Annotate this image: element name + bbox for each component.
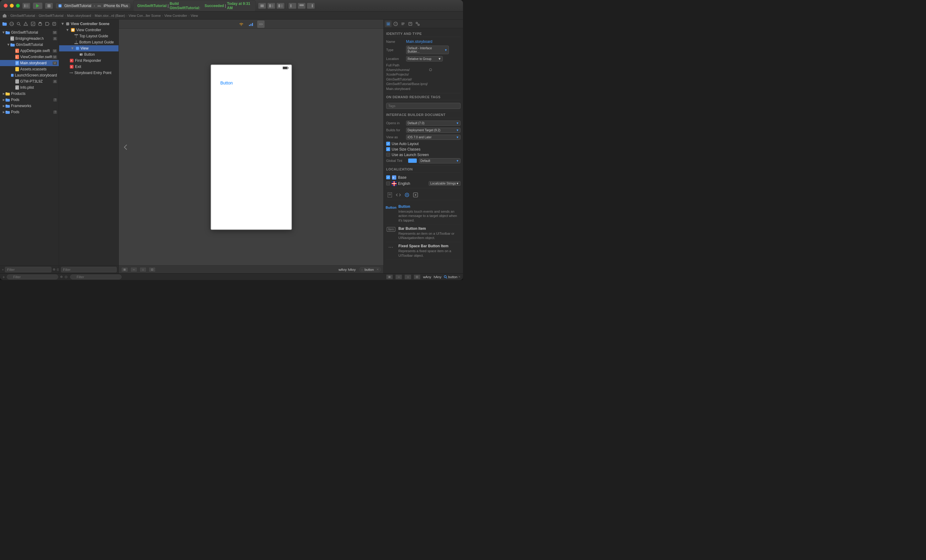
status-size-btn-3[interactable]: ↕: [404, 275, 411, 279]
width-constraint-btn[interactable]: ↔: [130, 267, 137, 272]
base-checkbox[interactable]: ✓: [386, 175, 390, 179]
ios-button-element[interactable]: Button: [221, 80, 233, 85]
run-button[interactable]: [33, 3, 42, 9]
disclosure-arrow[interactable]: ▶: [2, 98, 6, 101]
version-editor[interactable]: [277, 3, 284, 9]
english-checkbox[interactable]: [386, 181, 390, 186]
scene-item-bottom-layout[interactable]: Bottom Layout Guide: [59, 39, 118, 45]
scene-filter-input[interactable]: [61, 267, 117, 272]
scene-item-exit[interactable]: E Exit: [59, 63, 118, 70]
scene-item-vc[interactable]: ▶ View Controller: [59, 27, 118, 33]
scene-item-view[interactable]: ▶ View: [59, 45, 118, 51]
scene-item-entry[interactable]: Storyboard Entry Point: [59, 70, 118, 76]
status-option-1[interactable]: ⊕: [60, 275, 63, 279]
add-file-button[interactable]: +: [2, 268, 4, 272]
filter-recent-icon[interactable]: ⊕: [53, 267, 55, 272]
canvas-content[interactable]: Button: [119, 29, 383, 265]
status-size-btn-1[interactable]: ⊞: [386, 275, 393, 279]
launch-screen-checkbox[interactable]: [386, 153, 390, 157]
view-as-select[interactable]: iOS 7.0 and Later ▼: [406, 134, 460, 140]
tree-item-bridging[interactable]: H BridgingHeader.h A: [0, 36, 59, 42]
disclosure-arrow[interactable]: ▶: [2, 92, 6, 95]
type-select[interactable]: Default - Interface Builder... ▼: [406, 45, 449, 54]
navigator-panel[interactable]: [289, 3, 297, 9]
test-nav-icon[interactable]: [30, 21, 36, 27]
vc-disclosure[interactable]: ▶: [66, 28, 69, 32]
tree-item-info-plist[interactable]: pl Info.plist: [0, 85, 59, 91]
tree-item-products[interactable]: ▶ Products: [0, 91, 59, 97]
english-type-select[interactable]: Localizable Strings▼: [429, 181, 460, 186]
canvas-nav-arrow[interactable]: [122, 143, 129, 151]
scheme-selector[interactable]: G GtmSwiftTutorial › iPhone iPhone 6s Pl…: [55, 3, 131, 9]
breadcrumb-item-1[interactable]: GtmSwiftTutorial: [11, 14, 35, 17]
scene-item-first-responder[interactable]: F First Responder: [59, 57, 118, 63]
folder-nav-icon[interactable]: [1, 21, 8, 27]
stop-button[interactable]: [45, 3, 53, 9]
filter-modified-icon[interactable]: ◎: [57, 267, 59, 272]
debug-panel[interactable]: [298, 3, 306, 9]
status-size-btn-4[interactable]: ⊡: [414, 275, 421, 279]
auto-layout-checkbox[interactable]: ✓: [386, 142, 390, 146]
issue-nav-icon[interactable]: !: [23, 21, 29, 27]
tree-item-pods[interactable]: ▶ Pods ?: [0, 97, 59, 103]
scene-group-vc-scene[interactable]: ▶ View Controller Scene: [59, 21, 118, 27]
add-file-status-btn[interactable]: +: [3, 275, 5, 279]
scene-item-top-layout[interactable]: Top Layout Guide: [59, 33, 118, 39]
search-nav-icon[interactable]: [16, 21, 22, 27]
tree-item-frameworks[interactable]: ▶ Frameworks: [0, 103, 59, 109]
global-tint-swatch[interactable]: [408, 158, 417, 163]
builds-for-select[interactable]: Deployment Target (9.2) ▼: [406, 128, 460, 133]
scene-disclosure[interactable]: ▶: [61, 22, 64, 26]
size-classes-checkbox[interactable]: ✓: [386, 147, 390, 151]
rp-tab-size[interactable]: [407, 21, 414, 27]
lib-code-icon[interactable]: [395, 191, 402, 199]
breakpoint-nav-icon[interactable]: [44, 21, 50, 27]
utilities-panel[interactable]: [307, 3, 315, 9]
status-option-2[interactable]: ◎: [65, 275, 68, 279]
debug-nav-icon[interactable]: [37, 21, 43, 27]
breadcrumb-item-3[interactable]: Main.storyboard: [67, 14, 91, 17]
disclosure-arrow[interactable]: ▶: [2, 110, 6, 113]
lib-file-icon[interactable]: [386, 191, 393, 199]
tree-item-gtm-pt3[interactable]: GTM-PT3L9Z A: [0, 78, 59, 85]
breadcrumb-item-6[interactable]: View Controller: [165, 14, 187, 17]
clear-right-search[interactable]: ✕: [458, 275, 460, 278]
maximize-button[interactable]: [16, 4, 20, 8]
tree-item-pods2[interactable]: ▶ Pods ?: [0, 109, 59, 115]
tree-item-gtm-root[interactable]: ▶ GtmSwiftTutorial M: [0, 29, 59, 36]
tree-item-viewcontroller[interactable]: S ViewController.swift M: [0, 54, 59, 60]
opens-in-select[interactable]: Default (7.0) ▼: [406, 121, 460, 126]
library-item-bar-button[interactable]: Item Bar Button Item Represents an item …: [386, 225, 460, 242]
aspect-ratio-btn[interactable]: ⊡: [149, 267, 156, 272]
location-select[interactable]: Relative to Group ▼: [406, 56, 443, 62]
tree-item-gtm-group[interactable]: ▶ GtmSwiftTutorial: [0, 42, 59, 48]
disclosure-arrow[interactable]: ▶: [2, 104, 6, 107]
vcr-nav-icon[interactable]: VCS: [8, 21, 15, 27]
breadcrumb-item-7[interactable]: View: [191, 14, 198, 17]
scene-item-button[interactable]: B Button: [59, 51, 118, 57]
height-constraint-btn[interactable]: ↕: [140, 267, 146, 272]
left-filter-input[interactable]: [7, 275, 58, 279]
device-size-btn[interactable]: ⊞: [121, 267, 128, 272]
library-item-button[interactable]: Button Button Intercepts touch events an…: [386, 202, 460, 225]
right-filter-input[interactable]: [70, 275, 121, 279]
rp-tab-attributes[interactable]: [399, 21, 406, 27]
tree-item-appdelegate[interactable]: S AppDelegate.swift M: [0, 48, 59, 54]
minimize-button[interactable]: [10, 4, 14, 8]
report-nav-icon[interactable]: [51, 21, 57, 27]
library-item-fixed-space[interactable]: ⋯ Fixed Space Bar Button Item Represents…: [386, 242, 460, 260]
breadcrumb-item-4[interactable]: Main.stor...rd (Base): [95, 14, 125, 17]
tree-item-main-storyboard[interactable]: Main.storyboard M: [0, 60, 59, 66]
rp-tab-quickhelp[interactable]: ?: [392, 21, 399, 27]
status-size-btn-2[interactable]: ↔: [395, 275, 402, 279]
lib-media-icon[interactable]: [412, 191, 419, 199]
global-tint-select[interactable]: Default ▼: [419, 158, 460, 163]
rp-tab-connections[interactable]: [414, 21, 421, 27]
tree-item-launch[interactable]: LaunchScreen.storyboard: [0, 72, 59, 78]
file-filter-input[interactable]: [5, 267, 51, 272]
view-disclosure[interactable]: ▶: [71, 47, 74, 50]
disclosure-arrow[interactable]: ▶: [2, 30, 5, 34]
clear-search-btn[interactable]: ✕: [376, 268, 379, 271]
editor-standard[interactable]: [258, 3, 266, 9]
disclosure-arrow[interactable]: ▶: [7, 43, 10, 47]
